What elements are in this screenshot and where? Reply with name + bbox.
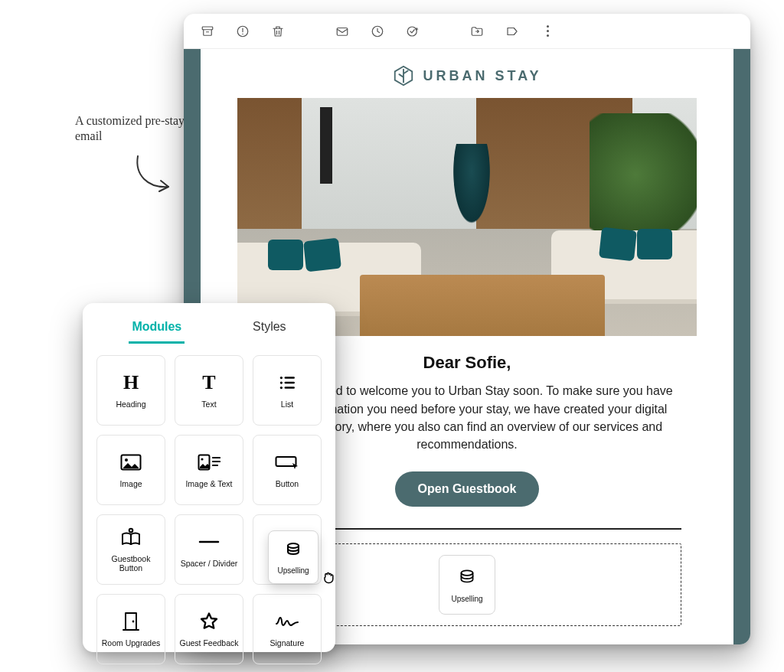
move-to-icon[interactable] (470, 24, 484, 38)
image-icon (120, 451, 142, 474)
signature-icon (275, 610, 299, 633)
svg-rect-14 (276, 457, 296, 466)
modules-panel: Modules Styles H Heading T Text List Ima… (83, 303, 335, 652)
svg-point-9 (280, 387, 283, 389)
module-image[interactable]: Image (96, 435, 165, 505)
module-text[interactable]: T Text (175, 355, 243, 426)
dropzone-module-upselling[interactable]: Upselling (439, 555, 495, 615)
module-guestbook-button[interactable]: Guestbook Button (96, 514, 165, 585)
dragging-module-label: Upselling (277, 566, 309, 575)
module-label: List (281, 400, 293, 409)
module-label: Guestbook Button (101, 555, 161, 573)
email-stripe-right (733, 49, 750, 644)
divider-icon (198, 530, 220, 553)
open-guestbook-button[interactable]: Open Guestbook (395, 471, 540, 507)
list-icon (277, 371, 297, 394)
spam-icon[interactable] (236, 24, 250, 38)
svg-point-15 (129, 529, 133, 533)
coins-icon (284, 540, 302, 562)
module-heading[interactable]: H Heading (96, 355, 165, 426)
heading-icon: H (123, 371, 139, 394)
svg-rect-18 (126, 613, 136, 630)
door-icon (122, 610, 140, 633)
grab-cursor-icon (321, 569, 336, 589)
module-spacer-divider[interactable]: Spacer / Divider (175, 514, 243, 585)
module-list[interactable]: List (253, 355, 322, 426)
annotation-caption: A customized pre-stay email (75, 113, 198, 144)
module-label: Room Upgrades (102, 639, 160, 648)
annotation-arrow-icon (130, 152, 184, 197)
trash-icon[interactable] (271, 24, 285, 38)
module-label: Guest Feedback (179, 639, 238, 648)
module-signature[interactable]: Signature (253, 594, 322, 664)
label-icon[interactable] (505, 24, 519, 38)
button-icon (275, 451, 299, 474)
hero-image (237, 98, 697, 336)
module-label: Heading (116, 400, 145, 409)
text-icon: T (202, 371, 215, 394)
svg-point-8 (280, 382, 283, 384)
book-icon (120, 526, 142, 549)
svg-point-19 (132, 621, 135, 623)
email-greeting: Dear Sofie, (423, 353, 511, 373)
svg-rect-3 (337, 28, 348, 35)
tab-modules[interactable]: Modules (129, 315, 185, 344)
svg-point-2 (242, 33, 243, 34)
mark-unread-icon[interactable] (335, 24, 349, 38)
panel-tabs: Modules Styles (96, 315, 322, 344)
dragging-module-upselling[interactable]: Upselling (268, 530, 318, 584)
modules-grid: H Heading T Text List Image Image & Text… (96, 355, 322, 664)
module-guest-feedback[interactable]: Guest Feedback (175, 594, 243, 664)
image-text-icon (198, 451, 220, 474)
snooze-icon[interactable] (371, 24, 384, 38)
archive-icon[interactable] (201, 24, 214, 38)
dropzone-module-label: Upselling (451, 595, 482, 603)
add-task-icon[interactable] (406, 24, 420, 38)
more-icon[interactable] (541, 24, 554, 38)
module-button[interactable]: Button (253, 435, 322, 505)
tab-styles[interactable]: Styles (250, 315, 289, 344)
svg-point-11 (125, 458, 128, 462)
module-label: Signature (270, 639, 305, 648)
brand-name: URBAN STAY (423, 68, 541, 84)
module-label: Spacer / Divider (181, 559, 238, 569)
email-toolbar (184, 14, 750, 49)
brand-logo-icon (392, 64, 415, 87)
svg-point-6 (461, 570, 472, 576)
module-room-upgrades[interactable]: Room Upgrades (96, 594, 165, 664)
svg-point-20 (288, 543, 299, 548)
module-label: Button (276, 480, 299, 489)
svg-point-7 (280, 377, 283, 379)
star-icon (198, 610, 220, 633)
module-label: Image (119, 480, 142, 489)
brand: URBAN STAY (392, 64, 541, 87)
coins-icon (457, 567, 477, 590)
module-label: Image & Text (185, 480, 232, 489)
module-image-text[interactable]: Image & Text (175, 435, 243, 505)
svg-point-13 (201, 458, 203, 461)
svg-point-5 (407, 27, 416, 36)
module-label: Text (201, 400, 216, 409)
svg-rect-0 (202, 27, 213, 30)
